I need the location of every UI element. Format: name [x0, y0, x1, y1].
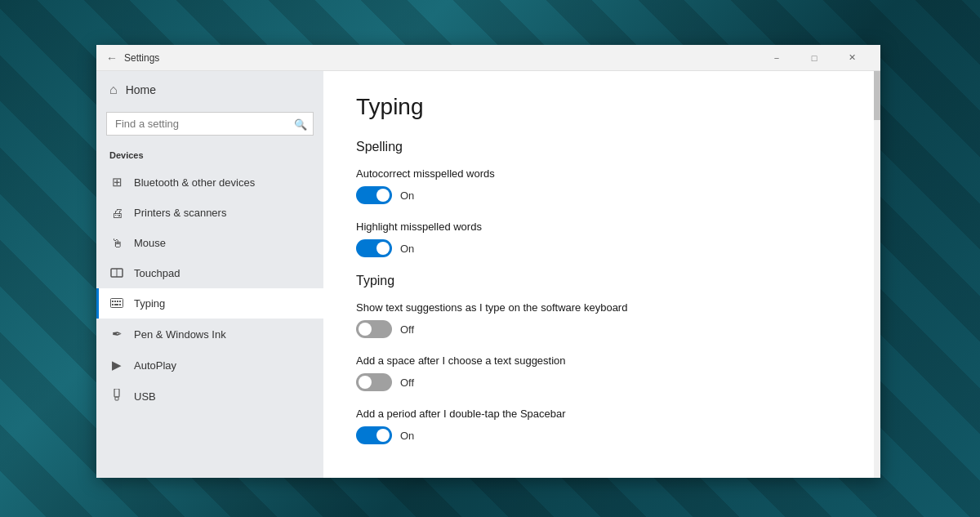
svg-rect-4 — [114, 301, 116, 302]
svg-rect-9 — [119, 304, 121, 305]
sidebar-item-mouse-label: Mouse — [134, 237, 166, 249]
highlight-setting: Highlight misspelled words On — [356, 221, 848, 257]
space-after-state: Off — [400, 377, 414, 389]
period-label: Add a period after I double-tap the Spac… — [356, 408, 848, 420]
touchpad-icon — [109, 266, 124, 280]
svg-rect-7 — [112, 304, 114, 305]
space-after-label: Add a space after I choose a text sugges… — [356, 354, 848, 367]
search-icon: 🔍 — [294, 118, 307, 130]
search-box: 🔍 — [106, 112, 314, 136]
sidebar-item-usb-label: USB — [134, 390, 156, 403]
sidebar-item-touchpad[interactable]: Touchpad — [96, 258, 323, 288]
printer-icon: 🖨 — [109, 206, 124, 220]
search-input[interactable] — [106, 112, 314, 136]
maximize-button[interactable]: □ — [795, 45, 833, 71]
minimize-button[interactable]: − — [758, 45, 795, 71]
sidebar-item-bluetooth-label: Bluetooth & other devices — [134, 176, 255, 189]
sidebar-item-typing-label: Typing — [134, 297, 165, 310]
autoplay-icon: ▶ — [109, 358, 124, 372]
typing-section-title: Typing — [356, 274, 848, 288]
svg-rect-3 — [112, 301, 114, 302]
close-button[interactable]: ✕ — [833, 45, 871, 71]
autocorrect-setting: Autocorrect misspelled words On — [356, 167, 848, 204]
typing-icon — [109, 296, 124, 310]
highlight-label: Highlight misspelled words — [356, 221, 848, 233]
sidebar-section-label: Devices — [96, 145, 323, 167]
highlight-toggle-row: On — [356, 239, 848, 257]
pen-icon: ✒ — [109, 327, 124, 341]
period-state: On — [400, 430, 414, 442]
sidebar-item-pen-label: Pen & Windows Ink — [134, 328, 226, 341]
autocorrect-toggle-knob — [376, 189, 390, 202]
period-toggle[interactable] — [356, 426, 392, 444]
svg-rect-10 — [114, 389, 119, 397]
period-toggle-knob — [376, 429, 390, 442]
highlight-toggle[interactable] — [356, 239, 392, 257]
home-label: Home — [126, 83, 156, 96]
space-after-toggle[interactable] — [356, 373, 392, 391]
text-suggestions-setting: Show text suggestions as I type on the s… — [356, 301, 848, 338]
space-after-toggle-knob — [359, 376, 372, 389]
scrollbar-track — [874, 71, 880, 478]
usb-icon — [109, 389, 124, 404]
period-setting: Add a period after I double-tap the Spac… — [356, 408, 848, 444]
sidebar-item-bluetooth[interactable]: ⊞ Bluetooth & other devices — [96, 167, 323, 198]
home-icon: ⌂ — [109, 82, 118, 97]
settings-window: ← Settings − □ ✕ ⌂ Home 🔍 Devices — [96, 45, 880, 478]
svg-rect-5 — [117, 301, 118, 302]
space-after-setting: Add a space after I choose a text sugges… — [356, 354, 848, 391]
back-button[interactable]: ← — [106, 51, 118, 65]
text-suggestions-toggle-knob — [359, 323, 372, 336]
autocorrect-toggle[interactable] — [356, 186, 392, 204]
sidebar-item-touchpad-label: Touchpad — [134, 267, 180, 279]
period-toggle-row: On — [356, 426, 848, 444]
main-panel: Typing Spelling Autocorrect misspelled w… — [323, 71, 880, 478]
sidebar-item-typing[interactable]: Typing — [96, 288, 323, 319]
svg-rect-11 — [115, 397, 118, 400]
sidebar-item-mouse[interactable]: 🖱 Mouse — [96, 228, 323, 258]
highlight-state: On — [400, 243, 414, 255]
bluetooth-icon: ⊞ — [109, 175, 124, 189]
sidebar-item-home[interactable]: ⌂ Home — [96, 71, 323, 109]
mouse-icon: 🖱 — [109, 236, 124, 250]
spelling-section-title: Spelling — [356, 140, 848, 154]
svg-rect-2 — [111, 299, 123, 308]
svg-rect-8 — [114, 304, 118, 305]
text-suggestions-label: Show text suggestions as I type on the s… — [356, 301, 848, 314]
window-title: Settings — [124, 52, 758, 64]
autocorrect-state: On — [400, 189, 414, 202]
scrollbar-thumb[interactable] — [874, 71, 880, 120]
content-area: ⌂ Home 🔍 Devices ⊞ Bluetooth & other dev… — [96, 71, 880, 478]
page-title: Typing — [356, 94, 848, 120]
autocorrect-label: Autocorrect misspelled words — [356, 167, 848, 180]
autocorrect-toggle-row: On — [356, 186, 848, 204]
text-suggestions-state: Off — [400, 323, 414, 336]
text-suggestions-toggle-row: Off — [356, 320, 848, 338]
sidebar-item-pen[interactable]: ✒ Pen & Windows Ink — [96, 319, 323, 350]
space-after-toggle-row: Off — [356, 373, 848, 391]
title-bar: ← Settings − □ ✕ — [96, 45, 880, 71]
sidebar: ⌂ Home 🔍 Devices ⊞ Bluetooth & other dev… — [96, 71, 323, 478]
window-controls: − □ ✕ — [758, 45, 871, 71]
sidebar-item-usb[interactable]: USB — [96, 381, 323, 412]
svg-rect-6 — [119, 301, 121, 302]
sidebar-item-autoplay-label: AutoPlay — [134, 359, 176, 372]
text-suggestions-toggle[interactable] — [356, 320, 392, 338]
highlight-toggle-knob — [376, 242, 390, 255]
sidebar-item-autoplay[interactable]: ▶ AutoPlay — [96, 350, 323, 381]
sidebar-item-printers[interactable]: 🖨 Printers & scanners — [96, 198, 323, 228]
sidebar-item-printers-label: Printers & scanners — [134, 207, 226, 219]
